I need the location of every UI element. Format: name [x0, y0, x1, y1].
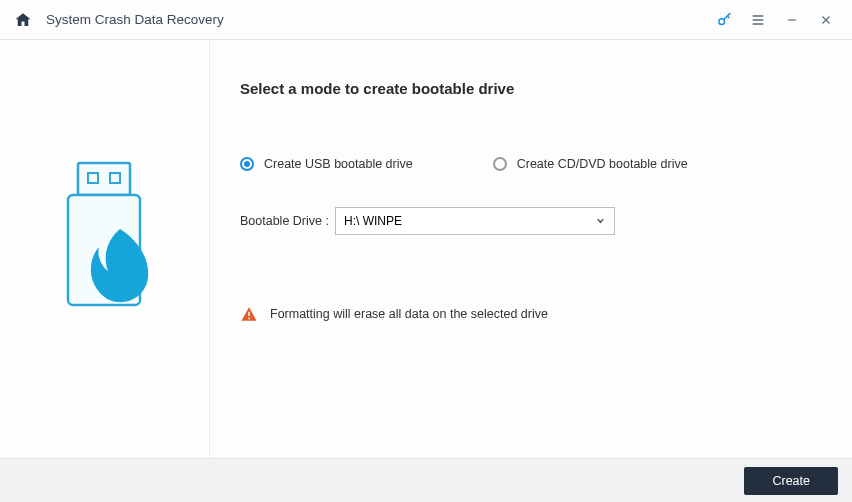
close-button[interactable]: [814, 8, 838, 32]
footer: Create: [0, 458, 852, 502]
mode-options: Create USB bootable drive Create CD/DVD …: [240, 157, 822, 171]
option-usb[interactable]: Create USB bootable drive: [240, 157, 413, 171]
key-icon[interactable]: [712, 8, 736, 32]
drive-selected-value: H:\ WINPE: [344, 214, 402, 228]
window-title: System Crash Data Recovery: [46, 12, 224, 27]
create-button[interactable]: Create: [744, 467, 838, 495]
svg-rect-1: [78, 163, 130, 195]
radio-icon: [493, 157, 507, 171]
illustration-pane: [0, 40, 210, 458]
main-heading: Select a mode to create bootable drive: [240, 80, 822, 97]
radio-icon: [240, 157, 254, 171]
warning-row: Formatting will erase all data on the se…: [240, 305, 822, 323]
svg-rect-6: [248, 318, 250, 320]
svg-rect-5: [248, 312, 250, 317]
usb-flame-icon: [50, 159, 160, 339]
option-label: Create CD/DVD bootable drive: [517, 157, 688, 171]
drive-label: Bootable Drive :: [240, 214, 335, 228]
warning-text: Formatting will erase all data on the se…: [270, 307, 548, 321]
drive-selector-row: Bootable Drive : H:\ WINPE: [240, 207, 822, 235]
main-content: Select a mode to create bootable drive C…: [210, 40, 852, 458]
chevron-down-icon: [595, 215, 606, 228]
warning-icon: [240, 305, 258, 323]
titlebar: System Crash Data Recovery: [0, 0, 852, 40]
option-label: Create USB bootable drive: [264, 157, 413, 171]
svg-point-0: [718, 19, 724, 25]
minimize-button[interactable]: [780, 8, 804, 32]
drive-select[interactable]: H:\ WINPE: [335, 207, 615, 235]
menu-icon[interactable]: [746, 8, 770, 32]
option-cddvd[interactable]: Create CD/DVD bootable drive: [493, 157, 688, 171]
home-icon[interactable]: [14, 11, 32, 29]
